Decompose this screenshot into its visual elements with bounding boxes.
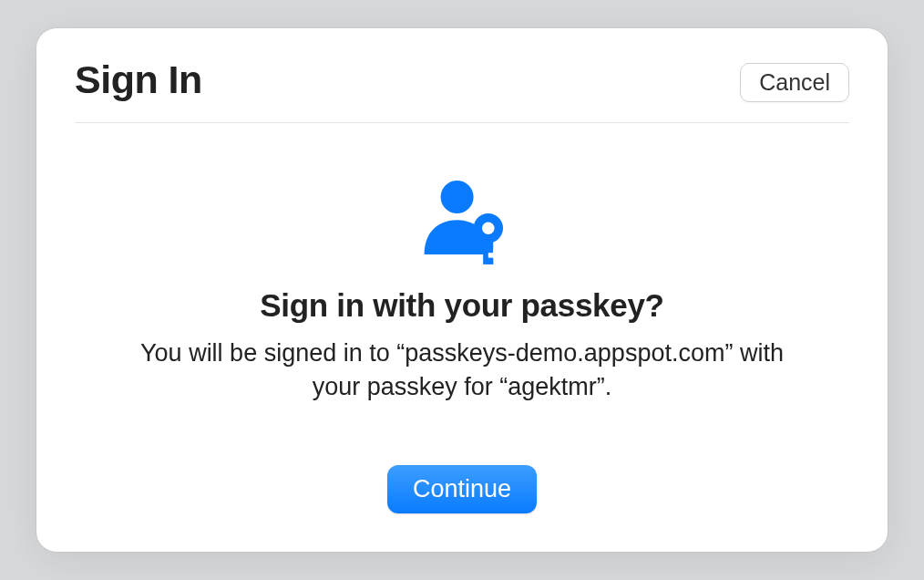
continue-button[interactable]: Continue bbox=[387, 465, 537, 513]
sign-in-dialog: Sign In Cancel Sign in with your bbox=[36, 28, 888, 552]
dialog-body: Sign in with your passkey? You will be s… bbox=[36, 123, 888, 552]
svg-rect-5 bbox=[488, 253, 495, 257]
cancel-button[interactable]: Cancel bbox=[740, 63, 849, 102]
dialog-title: Sign In bbox=[75, 57, 202, 102]
prompt-title: Sign in with your passkey? bbox=[260, 287, 663, 324]
dialog-header: Sign In Cancel bbox=[36, 28, 888, 122]
svg-point-0 bbox=[441, 181, 474, 213]
prompt-description: You will be signed in to “passkeys-demo.… bbox=[116, 337, 808, 403]
svg-point-2 bbox=[482, 223, 495, 235]
passkey-icon bbox=[413, 172, 511, 271]
